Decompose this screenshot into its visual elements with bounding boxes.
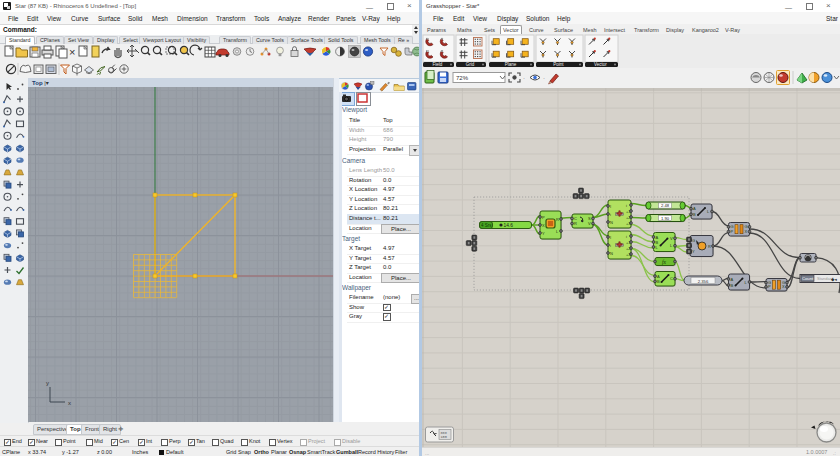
svg-text:i: i — [626, 203, 627, 208]
svg-text:+1: +1 — [626, 209, 631, 214]
svg-text:×: × — [69, 46, 75, 58]
svg-text:R: R — [574, 221, 577, 226]
svg-text:A: A — [731, 277, 734, 282]
svg-text:Count: Count — [802, 276, 814, 281]
svg-text:B: B — [731, 283, 734, 288]
svg-text:P: P — [731, 229, 734, 234]
svg-text:72%: 72% — [456, 75, 469, 81]
svg-text:Point: Point — [553, 62, 564, 67]
svg-text:X: X — [745, 229, 748, 234]
svg-text:i: i — [626, 234, 627, 239]
svg-text:I: I — [610, 204, 611, 209]
svg-text:Y: Y — [542, 231, 545, 236]
svg-text:◆◂: ◆◂ — [831, 277, 837, 282]
svg-text:R: R — [708, 244, 711, 249]
svg-text:V: V — [588, 221, 591, 226]
svg-text:y: y — [46, 380, 49, 386]
svg-text:A: A — [657, 274, 660, 279]
svg-text:N: N — [610, 220, 613, 225]
svg-text:x: x — [68, 400, 71, 406]
svg-text:B: B — [693, 212, 696, 217]
svg-text:2.356: 2.356 — [698, 279, 709, 284]
svg-text:+1: +1 — [626, 240, 631, 245]
svg-text:R: R — [556, 217, 559, 222]
svg-text:B: B — [657, 279, 660, 284]
svg-text:X: X — [782, 284, 785, 289]
svg-text:+3: +3 — [626, 252, 631, 257]
svg-text:C: C — [670, 276, 673, 281]
svg-text:14.6: 14.6 — [504, 223, 514, 228]
svg-text:+2: +2 — [626, 246, 631, 251]
svg-text:A: A — [693, 206, 696, 211]
svg-text:2.48: 2.48 — [661, 203, 670, 208]
svg-text:Grid: Grid — [466, 62, 475, 67]
svg-text:i: i — [610, 212, 611, 217]
svg-text:N: N — [610, 251, 613, 256]
svg-text:·: · — [543, 75, 545, 81]
svg-text:Y: Y — [692, 249, 695, 254]
svg-text:X: X — [542, 223, 545, 228]
svg-text:4 Srs: 4 Srs — [481, 223, 492, 228]
svg-text:i: i — [610, 243, 611, 248]
svg-text:·: · — [523, 75, 525, 81]
svg-text:1.90: 1.90 — [661, 216, 670, 221]
svg-text:fx: fx — [662, 259, 667, 265]
svg-text:P: P — [768, 284, 771, 289]
svg-text:Field: Field — [433, 62, 443, 67]
svg-text:I: I — [610, 235, 611, 240]
svg-text:G: G — [692, 238, 695, 243]
svg-text:P: P — [542, 215, 545, 220]
svg-text:+3: +3 — [626, 221, 631, 226]
svg-text:V: V — [670, 236, 673, 241]
svg-text:Plane: Plane — [505, 62, 517, 67]
svg-text:100: 100 — [441, 435, 447, 439]
svg-text:+2: +2 — [626, 215, 631, 220]
svg-text:Vector: Vector — [594, 62, 607, 67]
